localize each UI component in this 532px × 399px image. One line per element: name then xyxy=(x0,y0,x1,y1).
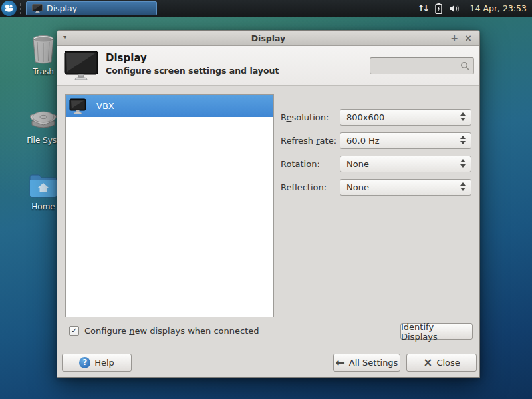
display-name: VBX xyxy=(90,101,114,111)
system-tray: ↑↓ 14 Apr, 23:53 xyxy=(418,3,532,14)
checkbox-check-icon[interactable]: ✓ xyxy=(69,326,79,336)
spinner-arrows-icon xyxy=(460,159,466,168)
help-icon: ? xyxy=(79,357,90,368)
close-window-button[interactable]: × xyxy=(462,31,475,46)
resolution-combobox[interactable]: 532x399 xyxy=(340,109,471,126)
window-title: Display xyxy=(57,33,479,43)
display-window-icon xyxy=(32,4,43,13)
applications-menu-button[interactable] xyxy=(1,1,17,16)
display-header-icon xyxy=(64,51,98,81)
identify-displays-button[interactable]: Identify Displays xyxy=(400,323,473,340)
spinner-arrows-icon xyxy=(460,112,466,121)
volume-icon[interactable] xyxy=(449,4,461,13)
refresh-rate-value: 60.0 Hz xyxy=(346,136,380,146)
taskbar-button-label: Display xyxy=(47,3,77,13)
dialog-subtitle: Configure screen settings and layout xyxy=(106,66,279,76)
search-box[interactable] xyxy=(370,57,474,74)
rotation-label: Rotation: xyxy=(281,156,320,172)
network-icon[interactable]: ↑↓ xyxy=(418,3,428,13)
filesystem-drive-icon xyxy=(28,104,59,133)
trash-icon xyxy=(29,34,57,65)
help-button[interactable]: ? Help xyxy=(62,354,132,372)
close-button[interactable]: × Close xyxy=(406,354,477,372)
spinner-arrows-icon xyxy=(460,136,466,144)
close-x-icon: × xyxy=(423,357,432,368)
all-settings-button[interactable]: ← All Settings xyxy=(333,354,400,372)
maximize-button[interactable]: + xyxy=(448,31,461,46)
display-list-item-vbx[interactable]: VBX xyxy=(66,95,273,117)
display-dialog-window: ▾ Display + × Display Configure screen s… xyxy=(57,30,480,378)
checkbox-label: Configure new displays when connected xyxy=(84,326,259,336)
dialog-content: VBX Resolution: 532x399 Refresh rate: 60… xyxy=(57,86,479,378)
search-icon xyxy=(460,61,470,71)
window-menu-icon[interactable]: ▾ xyxy=(63,33,66,41)
reflection-label: Reflection: xyxy=(281,179,327,196)
top-panel: Display ↑↓ 14 Apr, 23:53 xyxy=(0,0,532,17)
dialog-header: Display Configure screen settings and la… xyxy=(57,46,479,86)
refresh-rate-label: Refresh rate: xyxy=(281,132,336,149)
search-input[interactable] xyxy=(373,59,458,73)
reflection-combobox[interactable]: None xyxy=(340,179,471,196)
taskbar-button-display[interactable]: Display xyxy=(26,1,157,15)
back-arrow-icon: ← xyxy=(336,357,345,368)
dialog-title: Display xyxy=(106,52,147,64)
display-list[interactable]: VBX xyxy=(65,94,274,317)
spinner-arrows-icon xyxy=(460,182,466,191)
reflection-value: None xyxy=(346,182,369,192)
rotation-combobox[interactable]: None xyxy=(340,156,471,172)
panel-clock[interactable]: 14 Apr, 23:53 xyxy=(467,3,527,13)
panel-separator-handle xyxy=(20,3,23,14)
resolution-label: Resolution: xyxy=(281,109,329,126)
configure-new-displays-checkbox[interactable]: ✓ Configure new displays when connected xyxy=(69,326,259,336)
refresh-rate-combobox[interactable]: 60.0 Hz xyxy=(340,132,471,149)
window-titlebar[interactable]: ▾ Display + × xyxy=(57,31,479,46)
battery-icon[interactable] xyxy=(435,3,442,14)
resolution-value: 532x399 xyxy=(346,112,384,122)
home-folder-icon xyxy=(28,172,59,200)
rotation-value: None xyxy=(346,159,369,169)
monitor-icon xyxy=(66,95,90,117)
xubuntu-logo-icon xyxy=(4,4,14,13)
